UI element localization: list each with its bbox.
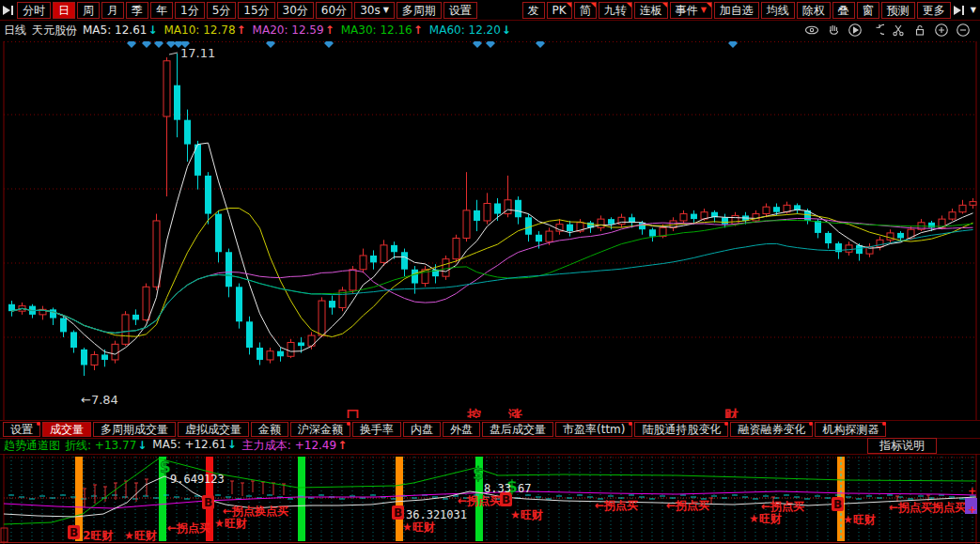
svg-text:B: B [833,498,842,511]
signal-annotation: ←拐点换点买 [223,505,288,518]
marquee-ticker: 口控涨财 [0,407,980,418]
period-tab-1分[interactable]: 1分 [175,2,205,19]
tab-盘后成交量[interactable]: 盘后成交量 [482,422,553,437]
signal-annotation: ★旺财 [843,513,876,526]
svg-text:B: B [394,506,402,520]
trend-arrow-icon: ↑ [325,23,334,37]
stock-name: 天元股份 [32,23,77,39]
tool-button-更多[interactable]: 更多 [917,2,951,19]
tool-button-连板[interactable]: 连板 [634,2,668,19]
marquee-text-fragment: 财 [724,407,739,418]
eye-icon[interactable] [804,23,819,38]
marquee-text-fragment: 口 [346,407,360,418]
minus-icon[interactable] [956,23,971,38]
marquee-text-fragment: 控 [467,407,481,418]
dropdown-arrow-icon[interactable]: ▼ [383,3,389,18]
period-tab-15分[interactable]: 15分 [238,2,274,19]
signal-diamond-icon [266,41,275,48]
hand-icon[interactable] [826,23,841,38]
trend-arrow-icon: ↓ [227,438,237,451]
period-toolbar: 分时日周月季年1分5分15分30分60分30s▼多周期设置 发PK简九转连板事件… [0,0,980,21]
tab-多周期成交量[interactable]: 多周期成交量 [93,422,176,437]
tool-button-预测[interactable]: 预测 [881,2,915,19]
trend-arrow-icon: ↓ [502,23,511,37]
trend-arrow-icon: ↑ [237,23,246,37]
period-tab-季[interactable]: 季 [126,2,148,19]
scissors-icon[interactable] [891,23,906,38]
signal-annotation: ←拐点买 [761,500,804,513]
tab-沪深金额[interactable]: 沪深金额 [290,422,350,437]
main-candlestick-chart[interactable]: 17.11←7.84 [0,41,980,420]
period-tab-多周期[interactable]: 多周期 [397,2,442,19]
ma-value-label: MA20: 12.59↑ [253,23,335,37]
tool-button-九转[interactable]: 九转 [599,2,632,19]
tool-button-简[interactable]: 简 [574,2,597,19]
tool-button-group: 发PK简九转连板事件▼加自选均线除权叠窗预测更多▼ [522,2,980,19]
plus-icon[interactable] [934,23,949,38]
period-tab-周[interactable]: 周 [77,2,100,19]
tool-button-叠[interactable]: 叠 [832,2,855,19]
tab-机构探测器[interactable]: 机构探测器 [815,422,886,437]
notification-corner-icon [591,3,596,8]
signal-annotation: ←拐点买 [167,521,210,535]
signal-annotation: ←拐点买 [666,499,709,512]
period-label: 日线 [4,23,26,39]
chart-tool-icons [804,23,980,38]
period-tab-年[interactable]: 年 [150,2,173,19]
tab-设置[interactable]: 设置 [3,422,40,437]
trend-channel-panel[interactable]: BBBBB$$$9.64912336.3210318.33672旺财★旺财←拐点… [0,454,980,544]
period-tab-60分[interactable]: 60分 [316,2,352,19]
signal-diamond-icon [127,41,136,48]
signal-annotation: ★旺财 [124,529,157,542]
ma-legend: MA5: 12.61↓MA10: 12.78↑MA20: 12.59↑MA30:… [83,23,518,37]
notification-dot [347,422,350,426]
period-tab-设置[interactable]: 设置 [443,2,477,19]
signal-annotation: 2旺财 [83,529,113,542]
trend-arrow-icon: ↓ [148,23,157,37]
signal-annotation: ←拐点买 [458,494,501,507]
tool-button-事件[interactable]: 事件▼ [670,2,712,19]
tab-内盘[interactable]: 内盘 [403,422,441,437]
marquee-text-fragment: 涨 [508,407,522,418]
undo-icon[interactable] [869,23,884,38]
tab-换手率[interactable]: 换手率 [352,422,401,437]
signal-annotation: ←拐点买拐点买 [889,501,966,514]
period-tab-分时[interactable]: 分时 [17,2,51,19]
svg-text:B: B [70,526,78,539]
tool-button-窗[interactable]: 窗 [857,2,879,19]
collapse-left-icon[interactable] [2,5,15,16]
tab-成交量[interactable]: 成交量 [42,422,91,437]
tool-button-加自选[interactable]: 加自选 [714,2,759,19]
period-tab-5分[interactable]: 5分 [207,2,237,19]
period-tab-30分[interactable]: 30分 [277,2,314,19]
signal-diamond-icon [728,41,738,48]
period-tab-月[interactable]: 月 [101,2,124,19]
tab-虚拟成交量[interactable]: 虚拟成交量 [178,422,249,437]
tool-button-均线[interactable]: 均线 [761,2,795,19]
signal-annotation: ★旺财 [402,521,435,534]
notification-corner-icon [707,3,711,8]
lock-icon[interactable] [912,23,927,38]
signal-annotation: ★旺财 [214,517,247,530]
period-tab-30s[interactable]: 30s▼ [354,2,395,19]
more-dropdown-icon[interactable]: ▼ [971,6,976,14]
indicator-tab-bar: 设置成交量多周期成交量虚拟成交量金额沪深金额换手率内盘外盘盘后成交量市盈率(tt… [0,420,980,439]
tool-button-发[interactable]: 发 [522,2,545,19]
signal-annotation: ★旺财 [749,512,782,525]
play-icon[interactable] [848,23,863,38]
tab-金额[interactable]: 金额 [251,422,288,437]
sell-signal-badge: $ [473,464,484,483]
tab-陆股通持股变化[interactable]: 陆股通持股变化 [634,422,728,437]
collapse-right-icon[interactable] [953,5,966,16]
indicator-help-button[interactable]: 指标说明 [867,438,937,454]
signal-annotation: ★旺财 [510,508,543,521]
signal-value-label: 36.321031 [406,508,467,521]
period-tab-group: 分时日周月季年1分5分15分30分60分30s▼多周期设置 [17,2,477,19]
svg-text:B: B [204,496,212,509]
period-tab-日[interactable]: 日 [53,2,75,19]
tool-button-PK[interactable]: PK [547,2,572,19]
tool-button-除权[interactable]: 除权 [797,2,831,19]
tab-市盈率(ttm)[interactable]: 市盈率(ttm) [555,422,632,437]
tab-融资融券变化[interactable]: 融资融券变化 [730,422,813,437]
tab-外盘[interactable]: 外盘 [443,422,480,437]
